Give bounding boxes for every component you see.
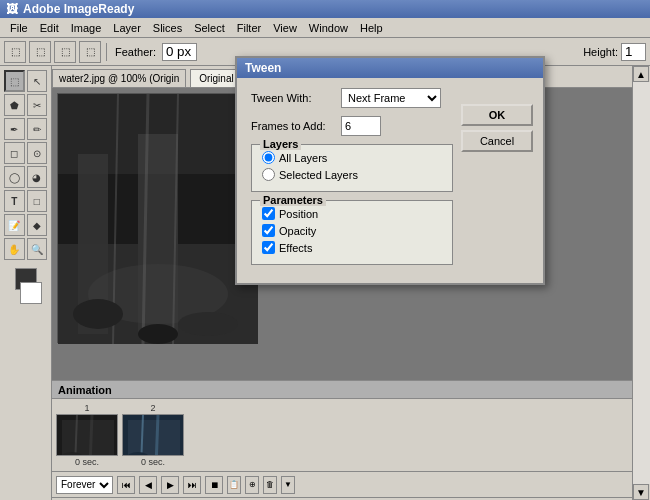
position-checkbox[interactable] xyxy=(262,207,275,220)
tween-with-label: Tween With: xyxy=(251,92,341,104)
parameters-section-title: Parameters xyxy=(260,194,326,206)
opacity-checkbox[interactable] xyxy=(262,224,275,237)
dialog-titlebar: Tween xyxy=(237,58,543,78)
frames-to-add-input[interactable] xyxy=(341,116,381,136)
all-layers-label: All Layers xyxy=(279,152,327,164)
frames-to-add-row: Frames to Add: xyxy=(251,116,453,136)
effects-label: Effects xyxy=(279,242,312,254)
selected-layers-label: Selected Layers xyxy=(279,169,358,181)
effects-row: Effects xyxy=(262,241,442,254)
ok-button[interactable]: OK xyxy=(461,104,533,126)
opacity-label: Opacity xyxy=(279,225,316,237)
selected-layers-radio[interactable] xyxy=(262,168,275,181)
selected-layers-row: Selected Layers xyxy=(262,168,442,181)
parameters-section: Parameters Position Opacity Effects xyxy=(251,200,453,265)
dialog-body: Tween With: Next Frame First Frame Last … xyxy=(237,78,543,283)
dialog-title: Tween xyxy=(245,61,281,75)
tween-with-select[interactable]: Next Frame First Frame Last Frame xyxy=(341,88,441,108)
tween-dialog: Tween Tween With: Next Frame First Frame… xyxy=(235,56,545,285)
opacity-row: Opacity xyxy=(262,224,442,237)
dialog-overlay: Tween Tween With: Next Frame First Frame… xyxy=(0,0,650,500)
cancel-button[interactable]: Cancel xyxy=(461,130,533,152)
tween-with-row: Tween With: Next Frame First Frame Last … xyxy=(251,88,453,108)
effects-checkbox[interactable] xyxy=(262,241,275,254)
dialog-buttons: OK Cancel xyxy=(461,104,533,152)
position-row: Position xyxy=(262,207,442,220)
layers-section: Layers All Layers Selected Layers xyxy=(251,144,453,192)
frames-to-add-label: Frames to Add: xyxy=(251,120,341,132)
all-layers-radio[interactable] xyxy=(262,151,275,164)
layers-section-title: Layers xyxy=(260,138,301,150)
position-label: Position xyxy=(279,208,318,220)
all-layers-row: All Layers xyxy=(262,151,442,164)
